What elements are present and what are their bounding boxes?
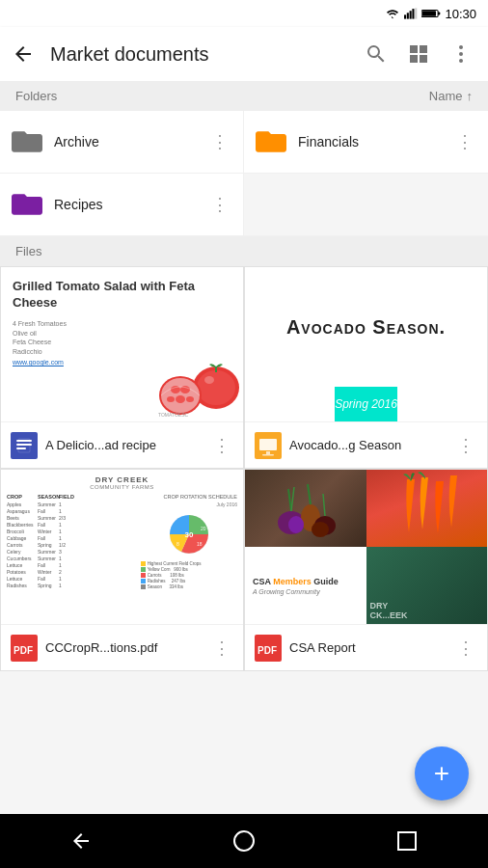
svg-rect-1 <box>407 13 409 18</box>
more-vert-icon <box>449 42 473 66</box>
nav-back-icon <box>69 829 93 853</box>
sort-label: Name <box>429 89 463 103</box>
csa-dk-text: DRYCK...EEK <box>370 601 408 620</box>
avocado-title-text: Avocado Season. <box>286 316 446 339</box>
svg-rect-30 <box>266 451 270 454</box>
svg-rect-6 <box>439 13 441 15</box>
crop-farm-sub: COMMUNITY FARMS <box>7 484 237 490</box>
svg-rect-2 <box>410 11 412 18</box>
file-footer-csa: PDF CSA Report ⋮ <box>245 624 487 670</box>
status-time: 10:30 <box>445 7 476 21</box>
file-name-avocado: Avocado...g Season <box>289 438 447 452</box>
csa-text-area: CSA Members Guide A Growing Community <box>245 547 366 624</box>
tomato-illustration: TOMATOESC <box>156 338 243 420</box>
status-bar: 10:30 <box>0 0 488 27</box>
svg-rect-25 <box>16 444 32 446</box>
svg-rect-26 <box>16 448 26 449</box>
crop-chart-area: CROP ROTATION SCHEDULE July 2016 <box>141 494 237 589</box>
file-footer-avocado: Avocado...g Season ⋮ <box>245 421 487 468</box>
bottom-navigation <box>0 814 488 868</box>
folders-grid: Archive ⋮ Financials ⋮ Recipes ⋮ <box>0 111 488 236</box>
folder-more-financials[interactable]: ⋮ <box>453 130 476 153</box>
avocado-banner-text: Spring 2016 <box>335 397 397 411</box>
file-card-tomato[interactable]: Grilled Tomato Salad with Feta Cheese 4 … <box>1 267 243 468</box>
folder-item-financials[interactable]: Financials ⋮ <box>244 111 488 174</box>
file-type-icon-tomato <box>11 432 38 459</box>
nav-recents-icon <box>395 829 419 853</box>
svg-point-20 <box>167 396 175 402</box>
avocado-title-area: Avocado Season. <box>271 267 461 387</box>
fab-plus-icon: + <box>434 760 449 787</box>
files-section-header: Files <box>0 236 488 266</box>
file-preview-crop: DRY CREEK COMMUNITY FARMS CROP SEASON FI… <box>1 470 243 624</box>
crop-chart-title: CROP ROTATION SCHEDULE <box>141 494 237 500</box>
file-more-crop[interactable]: ⋮ <box>210 637 233 660</box>
folder-empty-slot <box>244 174 488 236</box>
svg-text:30: 30 <box>184 530 193 539</box>
svg-rect-0 <box>404 14 406 18</box>
nav-home-button[interactable] <box>215 814 273 868</box>
svg-text:8: 8 <box>176 541 179 547</box>
grid-view-button[interactable] <box>399 35 438 73</box>
docs-icon <box>11 432 38 459</box>
files-grid: Grilled Tomato Salad with Feta Cheese 4 … <box>0 266 488 671</box>
svg-text:20: 20 <box>201 526 206 531</box>
crop-chart-month: July 2016 <box>141 502 237 507</box>
file-more-avocado[interactable]: ⋮ <box>454 434 477 457</box>
csa-report-subtitle: A Growing Community <box>253 588 359 595</box>
svg-text:18: 18 <box>197 541 203 547</box>
svg-point-50 <box>234 831 254 851</box>
svg-point-14 <box>204 376 214 384</box>
folder-item-recipes[interactable]: Recipes ⋮ <box>0 174 244 236</box>
file-more-csa[interactable]: ⋮ <box>454 637 477 660</box>
svg-rect-29 <box>259 439 277 450</box>
sort-button[interactable]: Name ↑ <box>429 89 473 103</box>
status-icons: 10:30 <box>385 7 476 21</box>
grid-icon <box>407 42 430 66</box>
file-name-tomato: A Delicio...ad recipe <box>45 438 203 452</box>
back-button[interactable] <box>4 35 42 73</box>
sort-arrow-icon: ↑ <box>467 89 474 103</box>
crop-legend: Highest Current Field Crops Yellow Corn … <box>141 561 237 589</box>
svg-line-43 <box>291 487 294 511</box>
slides-icon <box>255 432 282 459</box>
svg-point-8 <box>459 45 463 49</box>
nav-home-icon <box>232 829 256 853</box>
avocado-banner: Spring 2016 <box>335 387 397 421</box>
folder-item-archive[interactable]: Archive ⋮ <box>0 111 244 174</box>
folder-name-recipes: Recipes <box>54 197 197 212</box>
folder-name-archive: Archive <box>54 134 197 149</box>
svg-point-9 <box>459 52 463 56</box>
folder-more-archive[interactable]: ⋮ <box>208 130 231 153</box>
file-card-crop[interactable]: DRY CREEK COMMUNITY FARMS CROP SEASON FI… <box>1 470 243 670</box>
file-preview-tomato: Grilled Tomato Salad with Feta Cheese 4 … <box>1 267 243 421</box>
svg-rect-51 <box>398 832 416 850</box>
wifi-icon <box>385 8 400 19</box>
folder-icon-recipes <box>12 189 42 220</box>
search-button[interactable] <box>357 35 395 73</box>
csa-image-2 <box>366 470 488 547</box>
nav-back-button[interactable] <box>52 814 110 868</box>
folders-section-header: Folders Name ↑ <box>0 81 488 111</box>
folder-more-recipes[interactable]: ⋮ <box>208 193 231 216</box>
svg-rect-4 <box>416 8 418 18</box>
file-card-avocado[interactable]: Avocado Season. Spring 2016 Avocado...g <box>245 267 487 468</box>
csa-vegetables-svg <box>267 470 344 547</box>
file-type-icon-crop: PDF <box>11 635 38 662</box>
svg-point-47 <box>312 522 329 537</box>
svg-line-44 <box>308 484 311 504</box>
pdf-icon-csa: PDF <box>255 635 282 662</box>
nav-recents-button[interactable] <box>378 814 436 868</box>
file-more-tomato[interactable]: ⋮ <box>210 434 233 457</box>
svg-rect-31 <box>262 454 274 456</box>
file-name-crop: CCCropR...tions.pdf <box>45 640 203 655</box>
fab-button[interactable]: + <box>415 746 469 800</box>
files-label: Files <box>15 244 41 258</box>
more-options-button[interactable] <box>442 35 480 73</box>
app-bar-actions <box>357 35 480 73</box>
csa-dk-area: DRYCK...EEK <box>366 547 488 624</box>
file-card-csa[interactable]: CSA Members Guide A Growing Community DR… <box>245 470 487 670</box>
svg-text:TOMATOESC: TOMATOESC <box>158 412 189 418</box>
folder-name-financials: Financials <box>298 134 442 149</box>
svg-point-19 <box>176 395 185 403</box>
